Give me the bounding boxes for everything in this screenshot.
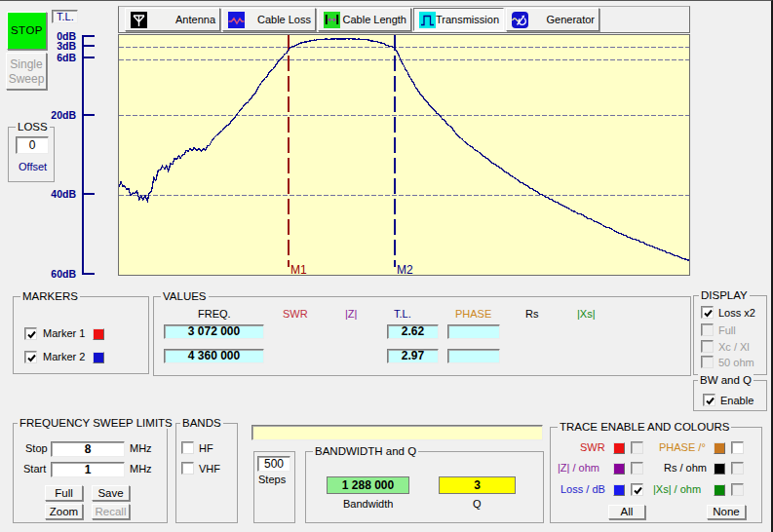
svg-text:M2: M2	[397, 263, 413, 275]
svg-text:M1: M1	[290, 263, 307, 275]
